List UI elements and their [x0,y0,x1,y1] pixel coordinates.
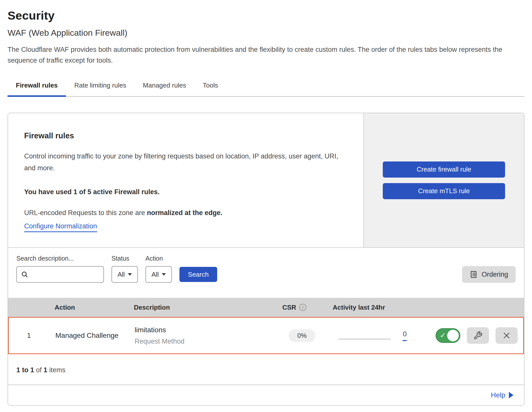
search-icon [21,271,28,278]
page-description: The Cloudflare WAF provides both automat… [8,44,524,66]
tab-managed-rules[interactable]: Managed rules [135,78,195,97]
ordering-button[interactable]: Ordering [462,266,516,283]
rule-action: Managed Challenge [49,332,128,340]
rules-table-header: Action Description CSR i Activity last 2… [8,298,524,317]
normalization-bold-text: normalized at the edge. [147,209,222,217]
security-waf-page: Security WAF (Web Application Firewall) … [0,0,532,406]
action-label: Action [145,255,172,262]
page-title: Security [8,9,524,22]
search-group: Search description... [16,255,104,283]
rule-description-cell: limitations Request Method [128,326,277,345]
rule-enabled-toggle[interactable]: ✓ [436,328,460,343]
status-select-value: All [118,271,125,278]
panel-heading: Firewall rules [24,131,348,140]
filter-bar: Search description... Status [8,248,524,298]
action-filter-group: Action All [145,255,172,283]
header-activity: Activity last 24hr [326,304,409,311]
search-label: Search description... [16,255,104,262]
action-select-value: All [151,271,159,278]
rules-tabbar: Firewall rules Rate limiting rules Manag… [8,78,524,97]
card-top-section: Firewall rules Control incoming traffic … [8,113,524,248]
delete-rule-button[interactable] [496,327,518,344]
items-of: of [34,366,44,374]
table-row: 1 Managed Challenge limitations Request … [8,317,524,354]
rule-description: limitations [135,326,277,334]
actions-panel: Create firewall rule Create mTLS rule [363,113,524,247]
header-description: Description [128,304,276,311]
action-select[interactable]: All [145,266,172,283]
rule-priority: 1 [9,332,49,340]
search-input-wrapper[interactable] [16,266,104,283]
help-bar: Help [8,385,524,405]
items-range: 1 to 1 [16,366,34,374]
firewall-rules-card: Firewall rules Control incoming traffic … [8,113,524,406]
rule-controls: ✓ [410,327,523,344]
filter-controls: Search description... Status [16,255,217,283]
help-link[interactable]: Help [491,391,505,399]
usage-summary: You have used 1 of 5 active Firewall rul… [24,188,348,196]
tab-firewall-rules[interactable]: Firewall rules [8,78,66,97]
items-count-footer: 1 to 1 of 1 items [8,354,524,385]
firewall-rules-info: Firewall rules Control incoming traffic … [8,113,363,247]
rule-description-sub: Request Method [135,338,277,345]
search-input[interactable] [31,271,112,278]
items-label: items [47,366,65,374]
rule-activity-cell: 0 [327,330,410,341]
close-icon [502,331,511,340]
rule-csr-cell: 0% [277,329,327,342]
status-label: Status [111,255,138,262]
create-mtls-rule-button[interactable]: Create mTLS rule [383,183,505,199]
items-total: 1 [44,366,47,374]
search-button[interactable]: Search [179,267,217,282]
edit-rule-button[interactable] [467,327,489,344]
page-subtitle: WAF (Web Application Firewall) [8,28,524,38]
csr-badge: 0% [289,329,315,342]
info-icon[interactable]: i [299,304,306,311]
activity-sparkline [338,339,391,339]
toggle-knob [447,330,459,341]
create-firewall-rule-button[interactable]: Create firewall rule [383,161,505,178]
ordering-list-icon [470,270,478,278]
chevron-down-icon [128,273,132,276]
header-csr-label: CSR [282,304,296,311]
wrench-icon [473,331,482,340]
status-select[interactable]: All [111,266,138,283]
chevron-down-icon [162,273,166,276]
header-csr: CSR i [276,304,326,311]
normalization-text: URL-encoded Requests to this zone are [24,209,147,217]
normalization-note: URL-encoded Requests to this zone are no… [24,209,348,217]
ordering-button-label: Ordering [482,271,508,278]
tab-rate-limiting-rules[interactable]: Rate limiting rules [66,78,135,97]
status-filter-group: Status All [111,255,138,283]
help-arrow-icon [509,392,513,398]
tab-tools[interactable]: Tools [195,78,226,97]
check-icon: ✓ [440,331,446,340]
panel-description: Control incoming traffic to your zone by… [24,150,348,174]
activity-count-link[interactable]: 0 [403,330,407,341]
configure-normalization-link[interactable]: Configure Normalization [24,222,97,232]
header-action: Action [48,304,128,311]
